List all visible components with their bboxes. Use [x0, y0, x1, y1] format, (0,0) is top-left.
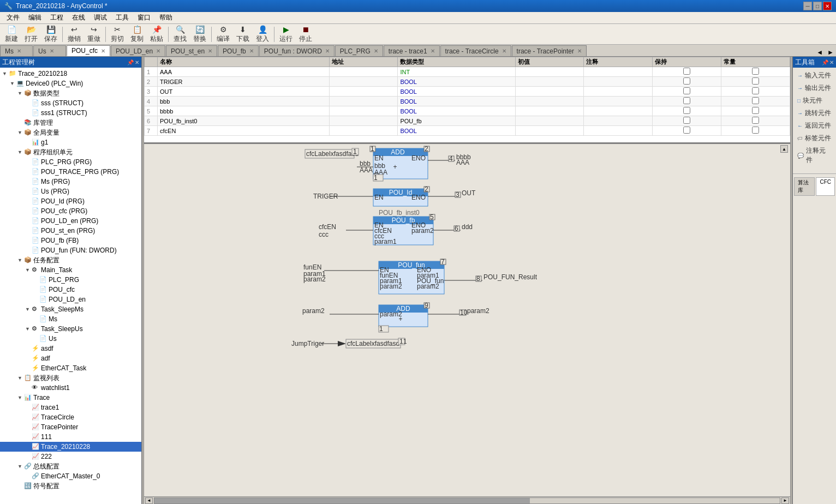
var-init[interactable]: [515, 106, 584, 116]
tree-item[interactable]: 📄POU_LD_en: [0, 295, 141, 304]
tree-item[interactable]: 🔣符号配置: [0, 481, 141, 491]
var-const[interactable]: [721, 67, 790, 77]
var-addr[interactable]: [329, 106, 398, 116]
var-comment[interactable]: [584, 106, 653, 116]
var-addr[interactable]: [329, 77, 398, 87]
var-const[interactable]: [721, 77, 790, 87]
toolbox-block-element[interactable]: □ 块元件: [795, 95, 834, 106]
new-button[interactable]: 📄新建: [2, 26, 21, 43]
var-name[interactable]: POU_fb_inst0: [158, 116, 330, 126]
tree-item[interactable]: 📄POU_Id (PRG): [0, 196, 141, 206]
find-button[interactable]: 🔍查找: [171, 26, 189, 43]
tab-POU_cfc[interactable]: POU_cfc ✕: [67, 45, 110, 56]
menu-online[interactable]: 在线: [68, 12, 89, 23]
var-retain[interactable]: [653, 97, 721, 106]
paste-button[interactable]: 📌粘贴: [147, 26, 166, 43]
replace-button[interactable]: 🔄替换: [190, 26, 209, 43]
var-name[interactable]: bbb: [158, 97, 330, 106]
tab-PLC_PRG[interactable]: PLC_PRG ✕: [335, 45, 383, 56]
copy-button[interactable]: 📋复制: [128, 26, 146, 43]
tree-item[interactable]: 📊g1: [0, 137, 141, 147]
tab-close-TraceCircle[interactable]: ✕: [502, 48, 506, 54]
stop-button[interactable]: ⏹停止: [296, 26, 315, 43]
panel-close-icon[interactable]: ✕: [135, 59, 139, 65]
var-type[interactable]: BOOL: [398, 97, 515, 106]
table-row[interactable]: 7 cfcEN BOOL: [145, 126, 790, 136]
var-retain[interactable]: [653, 87, 721, 97]
open-button[interactable]: 📂打开: [22, 26, 40, 43]
tree-item[interactable]: 📄POU_TRACE_PRG (PRG): [0, 167, 141, 177]
tree-item[interactable]: 📈TracePointer: [0, 422, 141, 432]
toolbox-return-element[interactable]: ← 返回元件: [795, 120, 834, 131]
tab-close-POU_st_en[interactable]: ✕: [208, 48, 212, 54]
tab-close-POU_cfc[interactable]: ✕: [101, 48, 105, 54]
tree-item[interactable]: ▼📦数据类型: [0, 88, 141, 98]
redo-button[interactable]: ↪重做: [85, 26, 103, 43]
menu-project[interactable]: 工程: [46, 12, 68, 23]
tree-item[interactable]: 🔗EtherCAT_Master_0: [0, 471, 141, 481]
tree-item[interactable]: 📄sss1 (STRUCT): [0, 108, 141, 118]
table-row[interactable]: 6 POU_fb_inst0 POU_fb: [145, 116, 790, 126]
tree-item[interactable]: 📄POU_fun (FUN: DWORD): [0, 245, 141, 255]
diagram-hscroll[interactable]: ◄ ►: [144, 496, 790, 504]
tree-item[interactable]: 📈111: [0, 432, 141, 442]
tab-close-TracePointer[interactable]: ✕: [577, 48, 582, 54]
tree-item[interactable]: 📄POU_fb (FB): [0, 236, 141, 245]
var-addr[interactable]: [329, 87, 398, 97]
tree-content[interactable]: ▼📁Trace_20210218▼💻Device0 (PLC_Win)▼📦数据类…: [0, 68, 141, 504]
tab-TracePointer[interactable]: trace - TracePointer ✕: [512, 45, 587, 56]
var-init[interactable]: [515, 97, 584, 106]
var-const[interactable]: [721, 97, 790, 106]
menu-help[interactable]: 帮助: [155, 12, 177, 23]
tab-Ms[interactable]: Ms ✕: [0, 45, 33, 56]
var-name[interactable]: AAA: [158, 67, 330, 77]
tree-item[interactable]: 📄POU_cfc: [0, 285, 141, 295]
tree-item[interactable]: 📄sss (STRUCT): [0, 98, 141, 108]
table-row[interactable]: 2 TRIGER BOOL: [145, 77, 790, 87]
tree-item[interactable]: 📈trace1: [0, 403, 141, 412]
tree-item[interactable]: 👁watchlist1: [0, 383, 141, 393]
var-const[interactable]: [721, 116, 790, 126]
tree-item[interactable]: ▼📦程序组织单元: [0, 147, 141, 157]
tree-item[interactable]: ⚡asdf: [0, 344, 141, 353]
var-comment[interactable]: [584, 67, 653, 77]
hscroll-thumb[interactable]: [154, 498, 530, 503]
tab-scroll-right[interactable]: ►: [825, 49, 836, 56]
tree-item[interactable]: ▼📦任务配置: [0, 255, 141, 265]
toolbox-input-element[interactable]: → 输入元件: [795, 70, 834, 81]
tree-item[interactable]: 📈Trace_20210228: [0, 442, 141, 452]
diagram-area[interactable]: ▲ cfcLabelxfasdfasd 1 ADD: [144, 144, 790, 496]
tab-POU_st_en[interactable]: POU_st_en ✕: [166, 45, 217, 56]
table-row[interactable]: 5 bbbb BOOL: [145, 106, 790, 116]
tab-close-trace1[interactable]: ✕: [431, 48, 435, 54]
toolbox-comment-element[interactable]: 💬 注释元件: [795, 145, 834, 166]
tree-item[interactable]: ▼🔗总线配置: [0, 461, 141, 471]
var-const[interactable]: [721, 126, 790, 136]
menu-edit[interactable]: 编辑: [24, 12, 46, 23]
title-bar-controls[interactable]: ─ □ ✕: [803, 2, 832, 10]
tab-Us[interactable]: Us ✕: [33, 45, 66, 56]
var-type[interactable]: BOOL: [398, 106, 515, 116]
var-retain[interactable]: [653, 77, 721, 87]
toolbox-output-element[interactable]: → 输出元件: [795, 82, 834, 94]
tree-item[interactable]: ⚡adf: [0, 353, 141, 363]
menu-window[interactable]: 窗口: [133, 12, 155, 23]
menu-tools[interactable]: 工具: [111, 12, 133, 23]
var-comment[interactable]: [584, 126, 653, 136]
tree-item[interactable]: 📄Us (PRG): [0, 187, 141, 196]
var-name[interactable]: bbbb: [158, 106, 330, 116]
panel-pin-icon[interactable]: 📌: [127, 59, 134, 65]
tab-TraceCircle[interactable]: trace - TraceCircle ✕: [440, 45, 511, 56]
tree-item[interactable]: 📄Ms: [0, 314, 141, 324]
tab-close-Us[interactable]: ✕: [50, 48, 54, 54]
tab-POU_LD_en[interactable]: POU_LD_en ✕: [111, 45, 165, 56]
maximize-button[interactable]: □: [813, 2, 822, 10]
hscroll-track[interactable]: [154, 497, 780, 504]
close-button[interactable]: ✕: [823, 2, 832, 10]
var-comment[interactable]: [584, 97, 653, 106]
tab-close-PLC_PRG[interactable]: ✕: [374, 48, 378, 54]
var-init[interactable]: [515, 77, 584, 87]
toolbox-label-element[interactable]: 🏷 标签元件: [795, 133, 834, 144]
menu-debug[interactable]: 调试: [89, 12, 111, 23]
hscroll-left[interactable]: ◄: [145, 497, 153, 504]
